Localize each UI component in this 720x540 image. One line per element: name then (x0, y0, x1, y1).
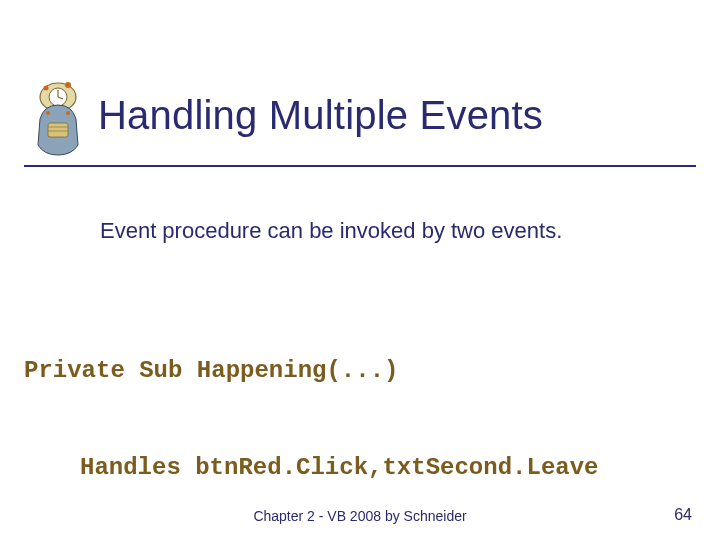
header-row: Handling Multiple Events (24, 64, 696, 167)
code-block: Private Sub Happening(...) Handles btnRe… (24, 290, 696, 540)
svg-point-5 (44, 85, 49, 90)
svg-point-4 (65, 82, 71, 88)
code-line-2: Handles btnRed.Click,txtSecond.Leave (24, 452, 696, 484)
footer-center-text: Chapter 2 - VB 2008 by Schneider (0, 508, 720, 524)
slide-subtitle: Event procedure can be invoked by two ev… (100, 218, 660, 244)
code-line-1: Private Sub Happening(...) (24, 355, 696, 387)
svg-point-10 (66, 111, 70, 115)
svg-point-9 (46, 111, 50, 115)
svg-rect-6 (48, 123, 68, 137)
page-number: 64 (674, 506, 692, 524)
clock-face-logo-icon (24, 71, 86, 159)
slide: Handling Multiple Events Event procedure… (0, 0, 720, 540)
slide-title: Handling Multiple Events (98, 94, 543, 136)
